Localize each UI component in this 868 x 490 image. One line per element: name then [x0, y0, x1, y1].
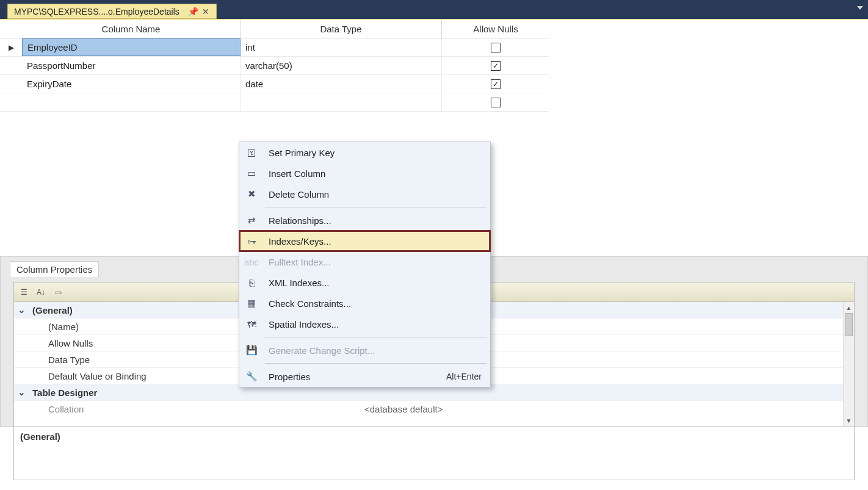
row-selector[interactable]: ▶ [0, 38, 22, 56]
row-selector-header [0, 20, 22, 38]
menu-item-label: Indexes/Keys... [264, 236, 490, 247]
cell-allow-nulls[interactable] [442, 38, 549, 56]
alphabetical-view-button[interactable]: A↓ [34, 285, 48, 300]
cell-allow-nulls[interactable]: ✓ [442, 57, 549, 74]
cell-data-type[interactable]: date [241, 75, 442, 93]
table-row[interactable]: ▶EmployeeIDint [0, 38, 549, 57]
context-menu: ⚿Set Primary Key▭Insert Column✖Delete Co… [239, 142, 491, 387]
titlebar: MYPC\SQLEXPRESS....o.EmployeeDetails 📌 ✕ [0, 0, 868, 20]
cell-column-name[interactable]: EmployeeID [22, 38, 241, 56]
menu-item-insert-column[interactable]: ▭Insert Column [239, 163, 490, 184]
menu-item-label: XML Indexes... [264, 278, 490, 288]
menu-item-label: Check Constraints... [264, 298, 490, 309]
menu-item-fulltext-index: abcFulltext Index... [239, 251, 490, 272]
property-row[interactable]: Collation<database default> [14, 401, 854, 417]
properties-scrollbar[interactable]: ▲ ▼ [843, 302, 854, 426]
insert-column-icon: ▭ [239, 168, 264, 179]
properties-description: (General) [14, 426, 854, 480]
table-row[interactable]: ExpiryDatedate✓ [0, 75, 549, 93]
indexes-keys-icon: 🗝 [239, 236, 264, 247]
menu-item-set-primary-key[interactable]: ⚿Set Primary Key [239, 142, 490, 163]
header-data-type[interactable]: Data Type [241, 20, 442, 38]
delete-column-icon: ✖ [239, 189, 264, 200]
menu-item-label: Set Primary Key [264, 148, 490, 158]
menu-item-label: Fulltext Index... [264, 257, 490, 267]
menu-item-check-constraints[interactable]: ▦Check Constraints... [239, 293, 490, 314]
fulltext-index-icon: abc [239, 257, 264, 267]
menu-item-generate-change-script: 💾Generate Change Script... [239, 340, 490, 361]
xml-indexes-icon: ⎘ [239, 278, 264, 288]
menu-item-shortcut: Alt+Enter [446, 372, 490, 381]
generate-script-icon: 💾 [239, 345, 264, 356]
cell-column-name[interactable]: PassportNumber [22, 57, 241, 74]
menu-item-xml-indexes[interactable]: ⎘XML Indexes... [239, 272, 490, 293]
menu-separator [265, 337, 486, 337]
property-group-label: Table Designer [29, 387, 364, 398]
header-column-name[interactable]: Column Name [22, 20, 241, 38]
menu-item-label: Spatial Indexes... [264, 319, 490, 330]
menu-item-label: Properties [264, 372, 446, 382]
cell-column-name[interactable] [22, 93, 241, 111]
menu-item-label: Relationships... [264, 215, 490, 226]
property-value[interactable]: <database default> [364, 404, 854, 414]
allow-nulls-checkbox[interactable] [491, 43, 501, 52]
header-allow-nulls[interactable]: Allow Nulls [442, 20, 549, 38]
row-selector[interactable] [0, 75, 22, 93]
menu-item-spatial-indexes[interactable]: 🗺Spatial Indexes... [239, 314, 490, 334]
property-label: Collation [29, 404, 364, 414]
relationships-icon: ⇄ [239, 215, 264, 226]
tab-overflow-dropdown[interactable] [857, 6, 863, 10]
table-designer-grid: Column Name Data Type Allow Nulls ▶Emplo… [0, 20, 549, 112]
allow-nulls-checkbox[interactable] [491, 98, 501, 107]
cell-data-type[interactable]: varchar(50) [241, 57, 442, 74]
table-row[interactable] [0, 93, 549, 112]
categorized-view-button[interactable]: ☰ [16, 285, 31, 300]
properties-tab[interactable]: Column Properties [10, 261, 99, 277]
menu-item-relationships[interactable]: ⇄Relationships... [239, 210, 490, 231]
cell-data-type[interactable]: int [241, 38, 442, 56]
check-constraints-icon: ▦ [239, 298, 264, 309]
spatial-indexes-icon: 🗺 [239, 319, 264, 330]
menu-item-indexes-keys[interactable]: 🗝Indexes/Keys... [239, 231, 490, 251]
row-selector[interactable] [0, 93, 22, 111]
menu-item-delete-column[interactable]: ✖Delete Column [239, 184, 490, 204]
cell-data-type[interactable] [241, 93, 442, 111]
tab-title: MYPC\SQLEXPRESS....o.EmployeeDetails [14, 7, 179, 16]
menu-item-label: Insert Column [264, 168, 490, 179]
document-tab[interactable]: MYPC\SQLEXPRESS....o.EmployeeDetails 📌 ✕ [7, 4, 217, 19]
scroll-thumb[interactable] [845, 313, 853, 336]
properties-icon: 🔧 [239, 371, 264, 382]
menu-item-properties[interactable]: 🔧PropertiesAlt+Enter [239, 366, 490, 387]
allow-nulls-checkbox[interactable]: ✓ [491, 79, 501, 89]
menu-item-label: Generate Change Script... [264, 345, 490, 356]
row-selector[interactable] [0, 57, 22, 74]
table-row[interactable]: PassportNumbervarchar(50)✓ [0, 57, 549, 75]
menu-separator [265, 207, 486, 207]
cell-column-name[interactable]: ExpiryDate [22, 75, 241, 93]
menu-separator [265, 363, 486, 364]
key-icon: ⚿ [239, 148, 264, 158]
property-pages-button[interactable]: ▭ [51, 285, 65, 300]
scroll-up-icon[interactable]: ▲ [844, 302, 854, 313]
menu-item-label: Delete Column [264, 189, 490, 200]
scroll-down-icon[interactable]: ▼ [844, 415, 854, 426]
chevron-down-icon[interactable]: ⌄ [14, 387, 29, 398]
allow-nulls-checkbox[interactable]: ✓ [491, 61, 501, 71]
cell-allow-nulls[interactable] [442, 93, 549, 111]
chevron-down-icon[interactable]: ⌄ [14, 304, 29, 315]
close-icon[interactable]: ✕ [201, 7, 210, 16]
grid-header: Column Name Data Type Allow Nulls [0, 20, 549, 38]
pin-icon[interactable]: 📌 [189, 7, 198, 16]
cell-allow-nulls[interactable]: ✓ [442, 75, 549, 93]
